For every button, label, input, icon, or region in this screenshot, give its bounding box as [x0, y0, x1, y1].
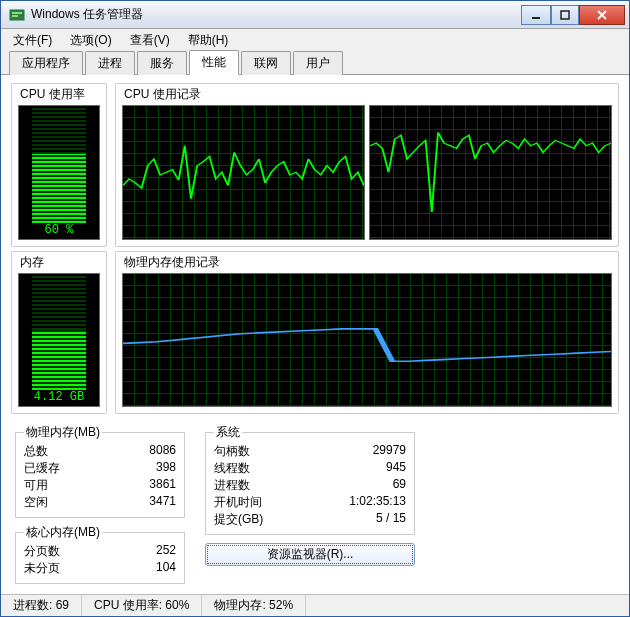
- tab-users[interactable]: 用户: [293, 51, 343, 75]
- tab-networking[interactable]: 联网: [241, 51, 291, 75]
- memory-value: 4.12 GB: [19, 390, 99, 404]
- cpu-history-chart-1: [122, 105, 365, 240]
- cpu-history-group: CPU 使用记录: [115, 83, 619, 247]
- menu-help[interactable]: 帮助(H): [180, 30, 237, 51]
- free-value: 3471: [116, 494, 176, 511]
- menubar: 文件(F) 选项(O) 查看(V) 帮助(H): [1, 29, 629, 51]
- minimize-button[interactable]: [521, 5, 551, 25]
- handles-value: 29979: [316, 443, 406, 460]
- commit-value: 5 / 15: [316, 511, 406, 528]
- paged-value: 252: [116, 543, 176, 560]
- cpu-usage-label: CPU 使用率: [18, 86, 100, 103]
- memory-meter: 4.12 GB: [18, 273, 100, 408]
- cpu-history-chart-2: [369, 105, 612, 240]
- uptime-value: 1:02:35:13: [316, 494, 406, 511]
- phys-mem-label: 物理内存(MB): [24, 424, 102, 441]
- total-value: 8086: [116, 443, 176, 460]
- svg-rect-1: [12, 12, 22, 14]
- memory-history-chart: [122, 273, 612, 408]
- menu-options[interactable]: 选项(O): [62, 30, 119, 51]
- status-cpu: CPU 使用率: 60%: [82, 595, 202, 616]
- tabstrip: 应用程序 进程 服务 性能 联网 用户: [1, 51, 629, 75]
- system-label: 系统: [214, 424, 242, 441]
- svg-rect-4: [561, 11, 569, 19]
- resource-monitor-button[interactable]: 资源监视器(R)...: [205, 543, 415, 566]
- cached-value: 398: [116, 460, 176, 477]
- svg-rect-2: [12, 15, 18, 17]
- window-buttons: [521, 5, 625, 25]
- close-button[interactable]: [579, 5, 625, 25]
- memory-history-group: 物理内存使用记录: [115, 251, 619, 415]
- cpu-usage-meter: 60 %: [18, 105, 100, 240]
- tab-services[interactable]: 服务: [137, 51, 187, 75]
- tab-performance[interactable]: 性能: [189, 50, 239, 75]
- titlebar[interactable]: Windows 任务管理器: [1, 1, 629, 29]
- cpu-usage-value: 60 %: [19, 223, 99, 237]
- stats-row: 物理内存(MB) 总数8086 已缓存398 可用3861 空闲3471 核心内…: [11, 418, 619, 586]
- threads-value: 945: [316, 460, 406, 477]
- processes-value: 69: [316, 477, 406, 494]
- nonpaged-value: 104: [116, 560, 176, 577]
- window-title: Windows 任务管理器: [31, 6, 521, 23]
- avail-value: 3861: [116, 477, 176, 494]
- tab-applications[interactable]: 应用程序: [9, 51, 83, 75]
- memory-label: 内存: [18, 254, 100, 271]
- cpu-history-label: CPU 使用记录: [122, 86, 612, 103]
- app-icon: [9, 7, 25, 23]
- statusbar: 进程数: 69 CPU 使用率: 60% 物理内存: 52%: [1, 594, 629, 616]
- performance-tab-content: CPU 使用率 60 % CPU 使用记录: [1, 75, 629, 594]
- phys-mem-group: 物理内存(MB) 总数8086 已缓存398 可用3861 空闲3471: [15, 424, 185, 518]
- tab-processes[interactable]: 进程: [85, 51, 135, 75]
- memory-history-label: 物理内存使用记录: [122, 254, 612, 271]
- status-processes: 进程数: 69: [1, 595, 82, 616]
- status-mem: 物理内存: 52%: [202, 595, 306, 616]
- menu-file[interactable]: 文件(F): [5, 30, 60, 51]
- kernel-mem-label: 核心内存(MB): [24, 524, 102, 541]
- system-group: 系统 句柄数29979 线程数945 进程数69 开机时间1:02:35:13 …: [205, 424, 415, 535]
- menu-view[interactable]: 查看(V): [122, 30, 178, 51]
- maximize-button[interactable]: [551, 5, 579, 25]
- cpu-usage-group: CPU 使用率 60 %: [11, 83, 107, 247]
- memory-group: 内存 4.12 GB: [11, 251, 107, 415]
- kernel-mem-group: 核心内存(MB) 分页数252 未分页104: [15, 524, 185, 584]
- task-manager-window: Windows 任务管理器 文件(F) 选项(O) 查看(V) 帮助(H) 应用…: [0, 0, 630, 617]
